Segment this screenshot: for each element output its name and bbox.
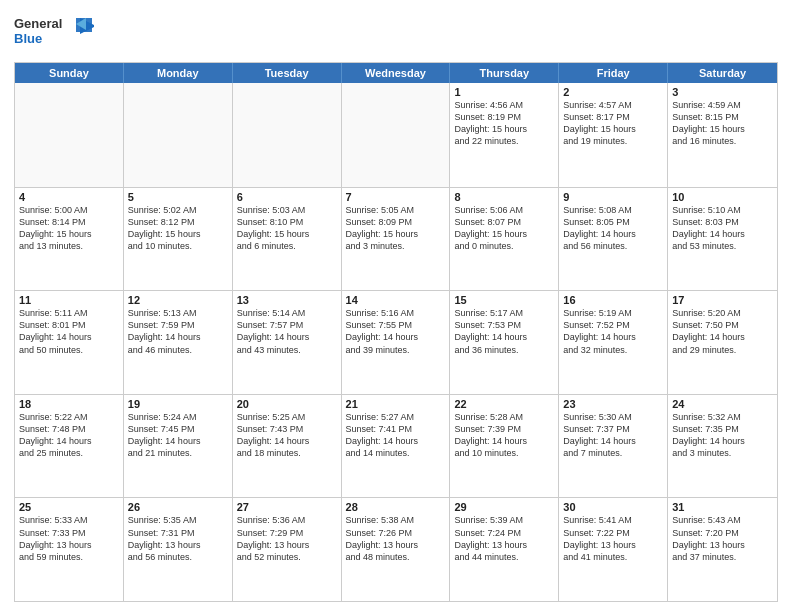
day-info: Sunrise: 5:36 AM Sunset: 7:29 PM Dayligh… — [237, 514, 337, 563]
svg-text:Blue: Blue — [14, 31, 42, 46]
day-cell-empty — [124, 83, 233, 187]
page: General Blue SundayMondayTuesdayWednesda… — [0, 0, 792, 612]
day-cell-empty — [233, 83, 342, 187]
day-number: 23 — [563, 398, 663, 410]
day-cell-30: 30Sunrise: 5:41 AM Sunset: 7:22 PM Dayli… — [559, 498, 668, 601]
logo-area: General Blue — [14, 10, 94, 56]
day-number: 20 — [237, 398, 337, 410]
day-info: Sunrise: 5:33 AM Sunset: 7:33 PM Dayligh… — [19, 514, 119, 563]
calendar: SundayMondayTuesdayWednesdayThursdayFrid… — [14, 62, 778, 602]
day-cell-21: 21Sunrise: 5:27 AM Sunset: 7:41 PM Dayli… — [342, 395, 451, 498]
day-info: Sunrise: 5:22 AM Sunset: 7:48 PM Dayligh… — [19, 411, 119, 460]
day-number: 7 — [346, 191, 446, 203]
day-info: Sunrise: 5:11 AM Sunset: 8:01 PM Dayligh… — [19, 307, 119, 356]
day-info: Sunrise: 5:28 AM Sunset: 7:39 PM Dayligh… — [454, 411, 554, 460]
day-cell-2: 2Sunrise: 4:57 AM Sunset: 8:17 PM Daylig… — [559, 83, 668, 187]
day-cell-17: 17Sunrise: 5:20 AM Sunset: 7:50 PM Dayli… — [668, 291, 777, 394]
day-cell-6: 6Sunrise: 5:03 AM Sunset: 8:10 PM Daylig… — [233, 188, 342, 291]
day-info: Sunrise: 4:56 AM Sunset: 8:19 PM Dayligh… — [454, 99, 554, 148]
day-number: 21 — [346, 398, 446, 410]
day-number: 8 — [454, 191, 554, 203]
day-info: Sunrise: 4:59 AM Sunset: 8:15 PM Dayligh… — [672, 99, 773, 148]
day-info: Sunrise: 5:35 AM Sunset: 7:31 PM Dayligh… — [128, 514, 228, 563]
day-cell-22: 22Sunrise: 5:28 AM Sunset: 7:39 PM Dayli… — [450, 395, 559, 498]
day-number: 5 — [128, 191, 228, 203]
day-number: 25 — [19, 501, 119, 513]
day-number: 2 — [563, 86, 663, 98]
weekday-header-tuesday: Tuesday — [233, 63, 342, 83]
day-number: 29 — [454, 501, 554, 513]
day-cell-empty — [15, 83, 124, 187]
day-cell-5: 5Sunrise: 5:02 AM Sunset: 8:12 PM Daylig… — [124, 188, 233, 291]
calendar-body: 1Sunrise: 4:56 AM Sunset: 8:19 PM Daylig… — [15, 83, 777, 601]
day-number: 3 — [672, 86, 773, 98]
day-info: Sunrise: 5:27 AM Sunset: 7:41 PM Dayligh… — [346, 411, 446, 460]
day-number: 11 — [19, 294, 119, 306]
day-number: 24 — [672, 398, 773, 410]
day-info: Sunrise: 5:30 AM Sunset: 7:37 PM Dayligh… — [563, 411, 663, 460]
day-number: 6 — [237, 191, 337, 203]
day-number: 22 — [454, 398, 554, 410]
day-cell-3: 3Sunrise: 4:59 AM Sunset: 8:15 PM Daylig… — [668, 83, 777, 187]
day-cell-16: 16Sunrise: 5:19 AM Sunset: 7:52 PM Dayli… — [559, 291, 668, 394]
day-cell-25: 25Sunrise: 5:33 AM Sunset: 7:33 PM Dayli… — [15, 498, 124, 601]
day-number: 30 — [563, 501, 663, 513]
day-info: Sunrise: 5:14 AM Sunset: 7:57 PM Dayligh… — [237, 307, 337, 356]
day-cell-24: 24Sunrise: 5:32 AM Sunset: 7:35 PM Dayli… — [668, 395, 777, 498]
day-number: 13 — [237, 294, 337, 306]
day-number: 17 — [672, 294, 773, 306]
week-row-2: 4Sunrise: 5:00 AM Sunset: 8:14 PM Daylig… — [15, 187, 777, 291]
day-info: Sunrise: 5:05 AM Sunset: 8:09 PM Dayligh… — [346, 204, 446, 253]
day-info: Sunrise: 4:57 AM Sunset: 8:17 PM Dayligh… — [563, 99, 663, 148]
day-cell-1: 1Sunrise: 4:56 AM Sunset: 8:19 PM Daylig… — [450, 83, 559, 187]
day-number: 27 — [237, 501, 337, 513]
day-info: Sunrise: 5:20 AM Sunset: 7:50 PM Dayligh… — [672, 307, 773, 356]
day-info: Sunrise: 5:32 AM Sunset: 7:35 PM Dayligh… — [672, 411, 773, 460]
day-cell-4: 4Sunrise: 5:00 AM Sunset: 8:14 PM Daylig… — [15, 188, 124, 291]
day-cell-15: 15Sunrise: 5:17 AM Sunset: 7:53 PM Dayli… — [450, 291, 559, 394]
day-info: Sunrise: 5:16 AM Sunset: 7:55 PM Dayligh… — [346, 307, 446, 356]
day-cell-23: 23Sunrise: 5:30 AM Sunset: 7:37 PM Dayli… — [559, 395, 668, 498]
day-info: Sunrise: 5:13 AM Sunset: 7:59 PM Dayligh… — [128, 307, 228, 356]
day-cell-8: 8Sunrise: 5:06 AM Sunset: 8:07 PM Daylig… — [450, 188, 559, 291]
day-cell-11: 11Sunrise: 5:11 AM Sunset: 8:01 PM Dayli… — [15, 291, 124, 394]
day-info: Sunrise: 5:39 AM Sunset: 7:24 PM Dayligh… — [454, 514, 554, 563]
day-number: 10 — [672, 191, 773, 203]
svg-text:General: General — [14, 16, 62, 31]
day-info: Sunrise: 5:43 AM Sunset: 7:20 PM Dayligh… — [672, 514, 773, 563]
weekday-header-sunday: Sunday — [15, 63, 124, 83]
day-cell-18: 18Sunrise: 5:22 AM Sunset: 7:48 PM Dayli… — [15, 395, 124, 498]
week-row-3: 11Sunrise: 5:11 AM Sunset: 8:01 PM Dayli… — [15, 290, 777, 394]
weekday-header-wednesday: Wednesday — [342, 63, 451, 83]
day-cell-19: 19Sunrise: 5:24 AM Sunset: 7:45 PM Dayli… — [124, 395, 233, 498]
day-cell-9: 9Sunrise: 5:08 AM Sunset: 8:05 PM Daylig… — [559, 188, 668, 291]
day-number: 1 — [454, 86, 554, 98]
day-info: Sunrise: 5:25 AM Sunset: 7:43 PM Dayligh… — [237, 411, 337, 460]
weekday-header-saturday: Saturday — [668, 63, 777, 83]
day-number: 14 — [346, 294, 446, 306]
day-number: 26 — [128, 501, 228, 513]
day-cell-13: 13Sunrise: 5:14 AM Sunset: 7:57 PM Dayli… — [233, 291, 342, 394]
day-number: 31 — [672, 501, 773, 513]
day-info: Sunrise: 5:03 AM Sunset: 8:10 PM Dayligh… — [237, 204, 337, 253]
day-number: 28 — [346, 501, 446, 513]
day-number: 4 — [19, 191, 119, 203]
day-number: 15 — [454, 294, 554, 306]
day-info: Sunrise: 5:00 AM Sunset: 8:14 PM Dayligh… — [19, 204, 119, 253]
week-row-1: 1Sunrise: 4:56 AM Sunset: 8:19 PM Daylig… — [15, 83, 777, 187]
day-number: 12 — [128, 294, 228, 306]
week-row-4: 18Sunrise: 5:22 AM Sunset: 7:48 PM Dayli… — [15, 394, 777, 498]
day-number: 9 — [563, 191, 663, 203]
day-cell-26: 26Sunrise: 5:35 AM Sunset: 7:31 PM Dayli… — [124, 498, 233, 601]
day-cell-12: 12Sunrise: 5:13 AM Sunset: 7:59 PM Dayli… — [124, 291, 233, 394]
day-info: Sunrise: 5:38 AM Sunset: 7:26 PM Dayligh… — [346, 514, 446, 563]
day-cell-empty — [342, 83, 451, 187]
day-cell-20: 20Sunrise: 5:25 AM Sunset: 7:43 PM Dayli… — [233, 395, 342, 498]
day-cell-27: 27Sunrise: 5:36 AM Sunset: 7:29 PM Dayli… — [233, 498, 342, 601]
logo: General Blue — [14, 10, 94, 56]
day-info: Sunrise: 5:24 AM Sunset: 7:45 PM Dayligh… — [128, 411, 228, 460]
day-info: Sunrise: 5:19 AM Sunset: 7:52 PM Dayligh… — [563, 307, 663, 356]
header: General Blue — [14, 10, 778, 56]
day-cell-10: 10Sunrise: 5:10 AM Sunset: 8:03 PM Dayli… — [668, 188, 777, 291]
day-cell-7: 7Sunrise: 5:05 AM Sunset: 8:09 PM Daylig… — [342, 188, 451, 291]
